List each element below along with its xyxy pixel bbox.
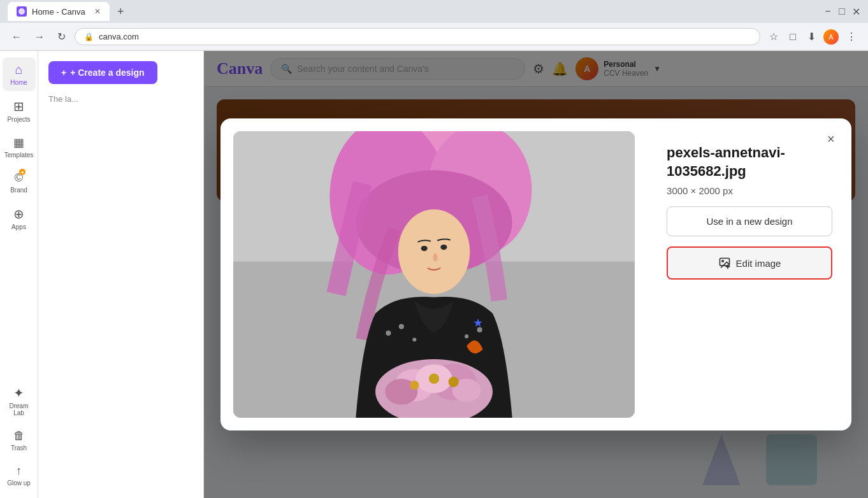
sidebar-item-trash[interactable]: 🗑 Trash <box>3 424 36 457</box>
browser-chrome: Home - Canva ✕ + − □ ✕ ← → ↻ 🔒 canva.com… <box>0 0 868 51</box>
extensions-button[interactable]: □ <box>786 29 800 45</box>
sidebar-item-home[interactable]: ⌂ Home <box>3 57 36 91</box>
svg-point-7 <box>398 210 470 294</box>
apps-icon: ⊕ <box>13 206 24 222</box>
svg-point-11 <box>399 324 404 329</box>
svg-point-10 <box>386 331 391 336</box>
sidebar-item-dreamlab[interactable]: ✦ Dream Lab <box>3 380 36 422</box>
bookmark-button[interactable]: ☆ <box>765 28 782 45</box>
app-layout: ⌂ Home ⊞ Projects ▦ Templates © ● Brand … <box>0 51 868 498</box>
glow-icon: ↑ <box>16 464 22 478</box>
svg-point-12 <box>412 338 416 341</box>
svg-point-14 <box>465 334 468 338</box>
tab-close-btn[interactable]: ✕ <box>94 7 101 16</box>
main-content: Canva 🔍 Search your content and Canva's … <box>204 51 868 498</box>
address-bar[interactable]: 🔒 canva.com <box>75 28 760 45</box>
menu-button[interactable]: ⋮ <box>843 28 860 45</box>
use-in-new-design-button[interactable]: Use in a new design <box>667 206 832 236</box>
download-button[interactable]: ⬇ <box>804 28 820 45</box>
sidebar-glow-label: Glow up <box>7 480 31 487</box>
templates-icon: ▦ <box>13 136 24 150</box>
projects-icon: ⊞ <box>13 99 24 114</box>
sidebar-item-templates[interactable]: ▦ Templates <box>3 131 36 164</box>
svg-point-21 <box>429 373 439 383</box>
image-preview-modal: ★ pexels-annetnavi-1035682.jpg 3000 × 20… <box>221 118 851 430</box>
svg-text:★: ★ <box>473 316 483 329</box>
sidebar-item-glow[interactable]: ↑ Glow up <box>3 459 36 492</box>
svg-point-26 <box>721 260 723 262</box>
new-tab-button[interactable]: + <box>112 3 129 21</box>
home-icon: ⌂ <box>15 62 22 77</box>
svg-point-23 <box>449 377 459 387</box>
svg-point-0 <box>18 8 25 15</box>
left-panel: + + Create a design The la... <box>38 51 204 498</box>
edit-image-icon <box>718 257 731 269</box>
modal-image-container: ★ <box>233 131 635 418</box>
sidebar-home-label: Home <box>10 79 27 86</box>
preview-image: ★ <box>233 131 635 418</box>
forward-button[interactable]: → <box>31 29 48 45</box>
modal-close-button[interactable]: × <box>821 129 841 149</box>
sidebar-trash-label: Trash <box>11 445 27 452</box>
create-design-button[interactable]: + + Create a design <box>48 61 157 84</box>
sidebar-item-projects[interactable]: ⊞ Projects <box>3 94 36 128</box>
svg-point-9 <box>440 245 447 250</box>
close-window-button[interactable]: ✕ <box>851 7 860 16</box>
browser-titlebar: Home - Canva ✕ + − □ ✕ <box>0 0 868 23</box>
browser-tab-active[interactable]: Home - Canva ✕ <box>8 2 110 21</box>
profile-button[interactable]: A <box>823 29 839 45</box>
maximize-button[interactable]: □ <box>837 7 846 16</box>
trash-icon: 🗑 <box>13 429 25 443</box>
edit-image-button[interactable]: Edit image <box>667 246 832 280</box>
use-in-new-design-label: Use in a new design <box>706 216 792 227</box>
url-text: canva.com <box>99 32 139 41</box>
create-plus-icon: + <box>61 68 66 78</box>
tab-title: Home - Canva <box>32 7 85 17</box>
edit-image-label: Edit image <box>736 258 781 269</box>
reload-button[interactable]: ↻ <box>54 28 69 45</box>
browser-tabs: Home - Canva ✕ + <box>8 2 129 21</box>
sidebar-brand-label: Brand <box>10 187 27 194</box>
close-icon: × <box>827 132 835 146</box>
canva-favicon-icon <box>18 8 25 15</box>
brand-icon: © ● <box>15 171 23 185</box>
svg-point-8 <box>421 246 428 251</box>
browser-toolbar: ← → ↻ 🔒 canva.com ☆ □ ⬇ A ⋮ <box>0 23 868 51</box>
sidebar-apps-label: Apps <box>11 224 26 231</box>
sidebar-item-brand[interactable]: © ● Brand <box>3 166 36 199</box>
minimize-button[interactable]: − <box>823 7 832 16</box>
sidebar-dreamlab-label: Dream Lab <box>5 402 33 416</box>
create-design-label: + Create a design <box>70 68 144 78</box>
svg-point-22 <box>410 381 419 390</box>
panel-label: The la... <box>48 94 193 104</box>
sidebar: ⌂ Home ⊞ Projects ▦ Templates © ● Brand … <box>0 51 38 498</box>
dreamlab-icon: ✦ <box>13 385 24 401</box>
tab-favicon <box>17 6 27 17</box>
sidebar-templates-label: Templates <box>4 152 34 159</box>
modal-backdrop[interactable]: ★ pexels-annetnavi-1035682.jpg 3000 × 20… <box>204 51 868 498</box>
modal-dimensions: 3000 × 2000 px <box>667 185 832 196</box>
sidebar-projects-label: Projects <box>7 116 30 123</box>
modal-info-panel: pexels-annetnavi-1035682.jpg 3000 × 2000… <box>647 118 851 430</box>
lock-icon: 🔒 <box>84 32 94 41</box>
window-controls: − □ ✕ <box>823 7 860 16</box>
toolbar-actions: ☆ □ ⬇ A ⋮ <box>765 28 860 45</box>
modal-filename: pexels-annetnavi-1035682.jpg <box>667 144 832 180</box>
sidebar-item-apps[interactable]: ⊕ Apps <box>3 201 36 236</box>
back-button[interactable]: ← <box>8 29 25 45</box>
